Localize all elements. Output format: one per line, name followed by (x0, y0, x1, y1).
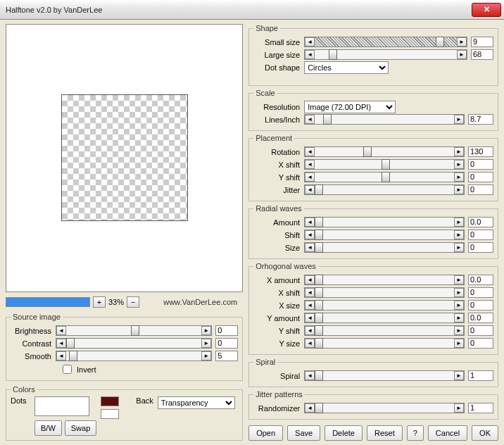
invert-label: Invert (77, 365, 96, 374)
content: + 33% − www.VanDerLee.com Source image B… (0, 20, 504, 445)
right-pane: Shape Small size ◄ ► 9 Large size ◄ ► 68 (248, 24, 498, 441)
ok-button[interactable]: OK (472, 425, 498, 441)
left-pane: + 33% − www.VanDerLee.com Source image B… (6, 24, 243, 441)
randomizer-slider[interactable]: ◄► (304, 403, 465, 413)
jitter-patterns-group: Jitter patterns Randomizer ◄► 1 (248, 390, 498, 420)
titlebar: Halftone v2.0 by VanDerLee ✕ (0, 0, 504, 20)
close-button[interactable]: ✕ (472, 3, 501, 17)
placement-group: Placement Rotation ◄► 130 X shift ◄► 0 Y… (248, 134, 498, 201)
window-title: Halftone v2.0 by VanDerLee (3, 6, 472, 14)
large-size-value[interactable]: 68 (471, 49, 493, 60)
swap-button[interactable]: Swap (65, 420, 97, 436)
vendor-link[interactable]: www.VanDerLee.com (163, 298, 237, 306)
small-size-value[interactable]: 9 (471, 37, 493, 47)
dots-swatch[interactable] (34, 396, 89, 416)
lines-per-inch-value[interactable]: 8.7 (468, 114, 493, 125)
colors-group: Colors Dots B/W Swap Back Transparency (6, 385, 243, 441)
cancel-button[interactable]: Cancel (428, 425, 467, 441)
lines-per-inch-slider[interactable]: ◄ ► (304, 114, 465, 125)
spiral-slider[interactable]: ◄► (304, 370, 465, 381)
save-button[interactable]: Save (287, 425, 320, 441)
zoom-percent: 33% (108, 298, 124, 306)
reset-button[interactable]: Reset (367, 425, 403, 441)
color-swatch-1[interactable] (101, 396, 119, 406)
smooth-value[interactable]: 5 (215, 351, 238, 361)
radial-size-slider[interactable]: ◄► (304, 242, 465, 253)
dots-label: Dots (11, 396, 30, 405)
xamount-slider[interactable]: ◄► (304, 275, 465, 285)
rotation-slider[interactable]: ◄► (304, 146, 465, 157)
zoom-out-button[interactable]: − (127, 296, 139, 308)
delete-button[interactable]: Delete (325, 425, 363, 441)
arrow-right-icon[interactable]: ► (201, 326, 211, 335)
radial-shift-slider[interactable]: ◄► (304, 230, 465, 240)
back-label: Back (136, 396, 153, 405)
yamount-slider[interactable]: ◄► (304, 313, 465, 323)
ysize-slider[interactable]: ◄► (304, 338, 465, 349)
small-size-slider[interactable]: ◄ ► (304, 37, 467, 47)
radial-group: Radial waves Amount ◄► 0.0 Shift ◄► 0 Si… (248, 204, 498, 259)
colors-legend: Colors (11, 385, 37, 394)
yshift-slider[interactable]: ◄► (304, 172, 465, 182)
shape-group: Shape Small size ◄ ► 9 Large size ◄ ► 68 (248, 24, 498, 86)
close-icon: ✕ (484, 5, 490, 14)
open-button[interactable]: Open (248, 425, 283, 441)
brightness-label: Brightness (11, 327, 54, 335)
brightness-slider[interactable]: ◄ ► (56, 325, 212, 336)
contrast-value[interactable]: 0 (215, 338, 238, 349)
zoom-row: + 33% − www.VanDerLee.com (6, 296, 243, 308)
zoom-in-button[interactable]: + (93, 296, 106, 308)
yshift2-slider[interactable]: ◄► (304, 325, 465, 336)
contrast-slider[interactable]: ◄ ► (56, 338, 212, 349)
spiral-group: Spiral Spiral ◄► 1 (248, 358, 498, 387)
jitter-slider[interactable]: ◄► (304, 184, 465, 195)
preview-checkerboard (61, 94, 188, 221)
arrow-left-icon[interactable]: ◄ (56, 326, 66, 335)
preview-panel (6, 24, 243, 292)
help-button[interactable]: ? (407, 425, 424, 441)
dot-shape-select[interactable]: Circles (304, 61, 389, 74)
xsize-slider[interactable]: ◄► (304, 300, 465, 311)
orthogonal-group: Orhogonal waves X amount ◄► 0.0 X shift … (248, 262, 498, 355)
smooth-slider[interactable]: ◄ ► (56, 351, 212, 361)
contrast-label: Contrast (11, 339, 54, 348)
zoom-progress[interactable] (6, 297, 90, 307)
xshift2-slider[interactable]: ◄► (304, 287, 465, 298)
color-swatch-2[interactable] (101, 409, 119, 419)
brightness-value[interactable]: 0 (215, 325, 238, 336)
back-select[interactable]: Transparency (158, 396, 235, 409)
resolution-select[interactable]: Image (72.00 DPI) (304, 101, 396, 113)
button-row: Open Save Delete Reset ? Cancel OK (248, 422, 498, 441)
invert-checkbox-row: Invert (60, 363, 238, 376)
invert-checkbox[interactable] (63, 365, 72, 374)
large-size-slider[interactable]: ◄ ► (304, 49, 467, 60)
smooth-label: Smooth (11, 352, 54, 361)
source-image-legend: Source image (11, 313, 63, 321)
bw-button[interactable]: B/W (34, 420, 62, 436)
source-image-group: Source image Brightness ◄ ► 0 Contrast ◄… (6, 313, 243, 381)
xshift-slider[interactable]: ◄► (304, 159, 465, 170)
radial-amount-slider[interactable]: ◄► (304, 217, 465, 227)
scale-group: Scale Resolution Image (72.00 DPI) Lines… (248, 89, 498, 131)
